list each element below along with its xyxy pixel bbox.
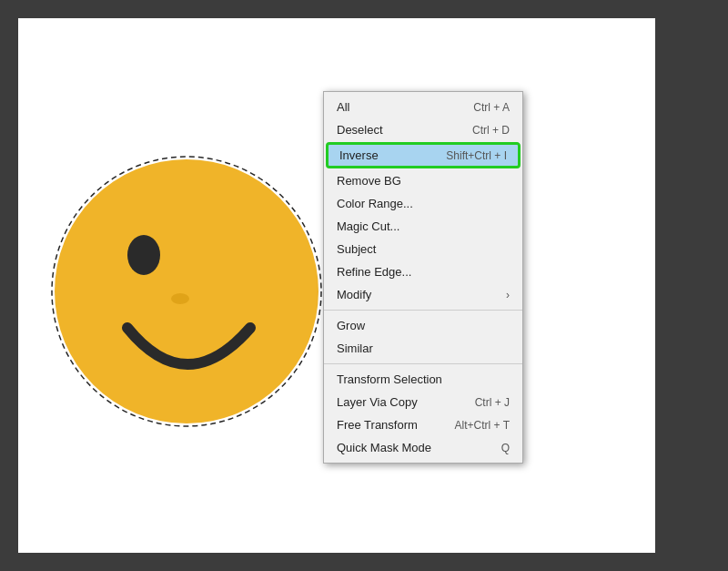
menu-label-magic-cut: Magic Cut... [337,219,399,233]
menu-label-remove-bg: Remove BG [337,174,401,188]
menu-item-similar[interactable]: Similar [324,337,522,360]
menu-label-similar: Similar [337,342,373,355]
menu-item-layer-via-copy[interactable]: Layer Via Copy Ctrl + J [324,391,522,413]
menu-shortcut-all: Ctrl + A [473,101,510,114]
context-menu: All Ctrl + A Deselect Ctrl + D Inverse S… [323,91,523,464]
menu-label-deselect: Deselect [337,123,383,137]
menu-item-remove-bg[interactable]: Remove BG [324,169,522,192]
menu-item-deselect[interactable]: Deselect Ctrl + D [324,118,522,141]
menu-item-free-transform[interactable]: Free Transform Alt+Ctrl + T [324,413,522,436]
menu-label-color-range: Color Range... [337,197,413,210]
menu-label-all: All [337,100,349,114]
menu-item-transform-selection[interactable]: Transform Selection [324,368,522,391]
menu-item-modify[interactable]: Modify › [324,283,522,306]
svg-point-1 [55,159,318,423]
svg-point-2 [127,235,160,275]
menu-item-inverse[interactable]: Inverse Shift+Ctrl + I [326,142,521,168]
menu-item-quick-mask-mode[interactable]: Quick Mask Mode Q [324,436,522,459]
separator-1 [324,310,522,311]
menu-shortcut-inverse: Shift+Ctrl + I [446,149,507,162]
menu-item-color-range[interactable]: Color Range... [324,192,522,215]
menu-item-magic-cut[interactable]: Magic Cut... [324,215,522,238]
menu-label-inverse: Inverse [339,148,379,162]
svg-point-3 [171,293,189,304]
smiley-image [46,55,328,537]
menu-shortcut-deselect: Ctrl + D [472,124,510,137]
menu-item-refine-edge[interactable]: Refine Edge... [324,260,522,283]
separator-2 [324,363,522,364]
menu-shortcut-free-transform: Alt+Ctrl + T [455,419,510,432]
menu-item-all[interactable]: All Ctrl + A [324,96,522,118]
menu-label-quick-mask-mode: Quick Mask Mode [337,441,431,454]
menu-shortcut-quick-mask-mode: Q [501,442,510,454]
menu-label-free-transform: Free Transform [337,418,418,432]
menu-label-refine-edge: Refine Edge... [337,265,411,279]
menu-item-grow[interactable]: Grow [324,314,522,337]
menu-label-grow: Grow [337,319,365,332]
smiley-svg [46,55,328,537]
modify-arrow-icon: › [506,289,510,301]
menu-label-modify: Modify [337,288,371,301]
menu-label-transform-selection: Transform Selection [337,372,442,386]
menu-label-layer-via-copy: Layer Via Copy [337,395,418,409]
menu-item-subject[interactable]: Subject [324,238,522,260]
menu-shortcut-layer-via-copy: Ctrl + J [475,396,510,409]
menu-label-subject: Subject [337,242,376,256]
